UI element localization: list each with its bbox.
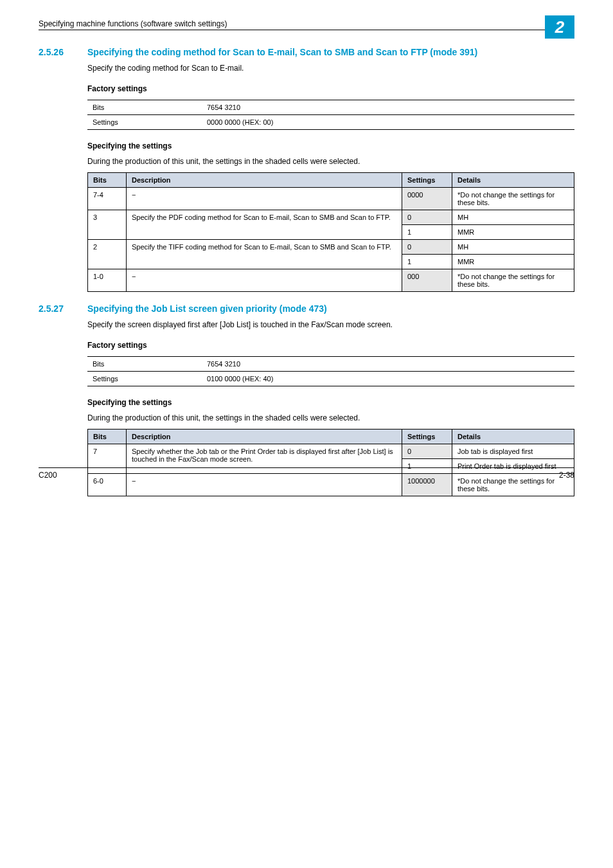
chapter-number-badge: 2 (545, 15, 574, 39)
settings-table-473: Bits Description Settings Details 7 Spec… (87, 429, 574, 496)
factory-settings-heading: Factory settings (87, 84, 574, 93)
footer-page-number: 2-38 (559, 471, 574, 480)
bits-cell: 1-0 (88, 269, 127, 292)
details-cell: MH (452, 210, 574, 225)
bits-label: Bits (87, 100, 202, 115)
table-row: 7 Specify whether the Job tab or the Pri… (88, 444, 574, 459)
section-title: Specifying the Job List screen given pri… (87, 303, 574, 314)
table-row: Settings 0000 0000 (HEX: 00) (87, 115, 574, 130)
desc-cell: − (127, 188, 402, 210)
desc-cell: Specify the PDF coding method for Scan t… (127, 210, 402, 240)
col-header-description: Description (127, 429, 402, 444)
section-number: 2.5.27 (39, 303, 87, 314)
col-header-bits: Bits (88, 173, 127, 188)
bits-cell: 2 (88, 240, 127, 269)
settings-label: Settings (87, 115, 202, 130)
footer-model: C200 (39, 471, 57, 480)
page-footer: C200 2-38 (39, 467, 574, 480)
col-header-bits: Bits (88, 429, 127, 444)
bits-label: Bits (87, 357, 202, 372)
details-cell: *Do not change the settings for these bi… (452, 269, 574, 292)
section-title: Specifying the coding method for Scan to… (87, 47, 574, 57)
desc-cell: Specify the TIFF coding method for Scan … (127, 240, 402, 269)
settings-value: 0100 0000 (HEX: 40) (202, 372, 574, 386)
settings-table-391: Bits Description Settings Details 7-4 − … (87, 172, 574, 292)
specifying-settings-intro: During the production of this unit, the … (87, 413, 574, 422)
table-row: 1-0 − 000 *Do not change the settings fo… (88, 269, 574, 292)
details-cell: MMR (452, 225, 574, 240)
col-header-details: Details (452, 429, 574, 444)
table-row: Settings 0100 0000 (HEX: 40) (87, 372, 574, 386)
specifying-settings-heading: Specifying the settings (87, 398, 574, 407)
details-cell: MH (452, 240, 574, 255)
settings-cell: 0 (402, 210, 452, 225)
col-header-settings: Settings (402, 429, 452, 444)
table-row: Bits 7654 3210 (87, 357, 574, 372)
bits-cell: 7-4 (88, 188, 127, 210)
table-header-row: Bits Description Settings Details (88, 429, 574, 444)
settings-cell: 0000 (402, 188, 452, 210)
details-cell: Job tab is displayed first (452, 444, 574, 459)
specifying-settings-heading: Specifying the settings (87, 141, 574, 150)
factory-settings-heading: Factory settings (87, 341, 574, 350)
table-row: 2 Specify the TIFF coding method for Sca… (88, 240, 574, 255)
settings-cell: 1 (402, 255, 452, 269)
settings-cell: 0 (402, 444, 452, 459)
table-row: Bits 7654 3210 (87, 100, 574, 115)
factory-settings-table-391: Bits 7654 3210 Settings 0000 0000 (HEX: … (87, 100, 574, 130)
section-2527-intro: Specify the screen displayed first after… (87, 320, 574, 329)
settings-cell: 1 (402, 225, 452, 240)
section-number: 2.5.26 (39, 47, 87, 57)
section-2527-heading: 2.5.27 Specifying the Job List screen gi… (39, 303, 574, 314)
details-cell: *Do not change the settings for these bi… (452, 188, 574, 210)
section-2526-heading: 2.5.26 Specifying the coding method for … (39, 47, 574, 57)
table-header-row: Bits Description Settings Details (88, 173, 574, 188)
bits-value: 7654 3210 (202, 100, 574, 115)
factory-settings-table-473: Bits 7654 3210 Settings 0100 0000 (HEX: … (87, 356, 574, 386)
settings-cell: 0 (402, 240, 452, 255)
bits-value: 7654 3210 (202, 357, 574, 372)
col-header-settings: Settings (402, 173, 452, 188)
table-row: 7-4 − 0000 *Do not change the settings f… (88, 188, 574, 210)
settings-label: Settings (87, 372, 202, 386)
settings-cell: 000 (402, 269, 452, 292)
bits-cell: 3 (88, 210, 127, 240)
specifying-settings-intro: During the production of this unit, the … (87, 157, 574, 166)
breadcrumb: Specifying machine functions (software s… (39, 19, 227, 28)
desc-cell: − (127, 269, 402, 292)
section-2526-intro: Specify the coding method for Scan to E-… (87, 64, 574, 73)
details-cell: MMR (452, 255, 574, 269)
table-row: 3 Specify the PDF coding method for Scan… (88, 210, 574, 225)
col-header-description: Description (127, 173, 402, 188)
col-header-details: Details (452, 173, 574, 188)
settings-value: 0000 0000 (HEX: 00) (202, 115, 574, 130)
